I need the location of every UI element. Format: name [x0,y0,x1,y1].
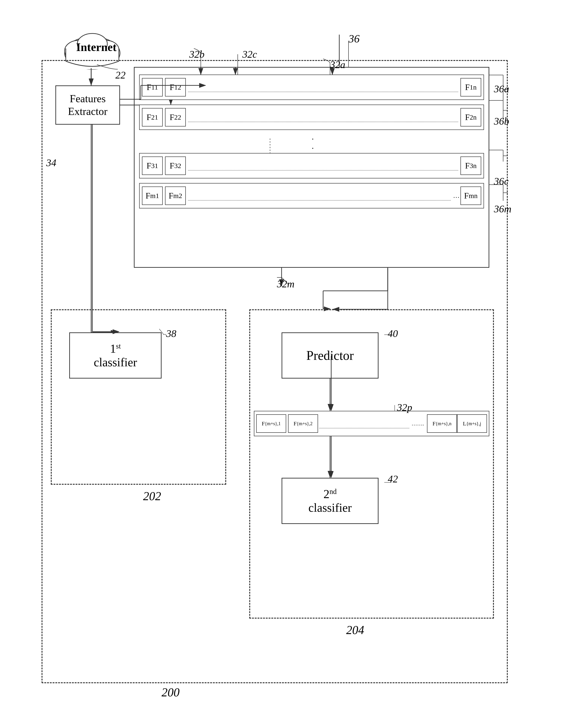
classifier-1-label: 1stclassifier [94,342,137,369]
label-42: 42 [388,473,398,485]
label-36: 36 [348,32,360,45]
row-36c: F31 F32 F3n [139,153,484,178]
label-32c: 32c [242,48,257,60]
row-36b2: F21 F22 F2n [139,105,484,130]
cell-f21: F21 [142,108,163,126]
label-36a: 36a [494,83,509,95]
cell-f22: F22 [165,108,186,126]
cell-f12: F12 [165,78,186,97]
cell-f31: F31 [142,156,163,175]
cell-fm2: Fm2 [165,187,186,205]
label-32m: 32m [277,278,295,290]
label-200: 200 [161,686,180,699]
classifier-1-box: 1stclassifier [69,332,161,379]
cell-f1n: F1n [460,78,481,97]
label-32p: 32p [397,402,412,413]
label-36b: 36b [494,115,509,127]
predictor-label: Predictor [306,348,354,363]
internet-label: Internet [76,40,117,54]
row-p-dots [319,428,409,429]
cell-lmsj: L{m+s},j [457,414,487,433]
label-36m: 36m [494,203,511,215]
cell-fm-mid-dots: … [453,192,460,200]
row-36m: Fm1 Fm2 … Fmn [139,183,484,209]
cell-fms1: F{m+s},1 [256,414,286,433]
row-32p: F{m+s},1 F{m+s},2 ……. F{m+s},n L{m+s},j [254,411,489,436]
cell-fm1: Fm1 [142,187,163,205]
cell-f11: F11 [142,78,163,97]
cell-f2n: F2n [460,108,481,126]
row-36b: F11 F12 F1n [139,75,484,100]
predictor-box: Predictor [281,332,378,379]
label-202: 202 [143,489,161,503]
label-204: 204 [346,623,364,637]
cell-fmn: Fmn [460,187,481,205]
label-38: 38 [166,328,176,340]
box-36-outer: F11 F12 F1n F21 F22 F2n ··· F31 F32 F3n … [134,67,489,268]
row-p-dots-text: ……. [412,420,424,427]
cell-fmsn: F{m+s},n [427,414,457,433]
label-40: 40 [388,328,398,340]
diagram-container: Internet 22 Features Extractor 34 200 F1… [28,14,536,706]
classifier-2-box: 2ndclassifier [281,478,378,524]
cell-f32: F32 [165,156,186,175]
label-32a: 32a [330,59,345,71]
cell-fms2: F{m+s},2 [288,414,318,433]
label-36c: 36c [494,175,509,187]
label-32b: 32b [189,48,205,60]
cell-f3n: F3n [460,156,481,175]
classifier-2-label: 2ndclassifier [308,487,352,514]
